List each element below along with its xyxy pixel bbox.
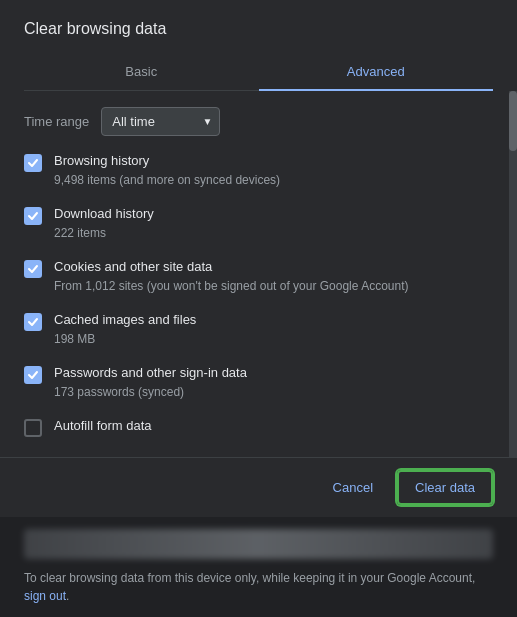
time-range-select-wrapper: All time Last hour Last 24 hours Last 7 … xyxy=(101,107,220,136)
checkbox-checked-icon[interactable] xyxy=(24,154,42,172)
checkbox-unchecked-icon[interactable] xyxy=(24,419,42,437)
dialog-footer: Cancel Clear data xyxy=(0,457,517,517)
checkbox-cached[interactable] xyxy=(24,313,42,331)
browsing-history-sublabel: 9,498 items (and more on synced devices) xyxy=(54,172,280,189)
browsing-history-label: Browsing history xyxy=(54,152,280,170)
download-history-label: Download history xyxy=(54,205,154,223)
dialog-title: Clear browsing data xyxy=(24,20,493,38)
checkbox-autofill[interactable] xyxy=(24,419,42,437)
cookies-text: Cookies and other site data From 1,012 s… xyxy=(54,258,409,295)
cancel-button[interactable]: Cancel xyxy=(317,470,389,505)
tab-basic[interactable]: Basic xyxy=(24,54,259,91)
list-item: Passwords and other sign-in data 173 pas… xyxy=(24,364,499,401)
bottom-text: To clear browsing data from this device … xyxy=(24,569,493,605)
list-item: Browsing history 9,498 items (and more o… xyxy=(24,152,499,189)
list-item: Download history 222 items xyxy=(24,205,499,242)
tabs: Basic Advanced xyxy=(24,54,493,91)
passwords-sublabel: 173 passwords (synced) xyxy=(54,384,247,401)
time-range-row: Time range All time Last hour Last 24 ho… xyxy=(24,107,499,136)
cached-text: Cached images and files 198 MB xyxy=(54,311,196,348)
dialog-body: Time range All time Last hour Last 24 ho… xyxy=(0,91,517,457)
bottom-section: To clear browsing data from this device … xyxy=(0,517,517,617)
passwords-label: Passwords and other sign-in data xyxy=(54,364,247,382)
list-item: Cached images and files 198 MB xyxy=(24,311,499,348)
scrollbar[interactable] xyxy=(509,91,517,457)
checkbox-checked-icon[interactable] xyxy=(24,366,42,384)
checkbox-cookies[interactable] xyxy=(24,260,42,278)
checkbox-download-history[interactable] xyxy=(24,207,42,225)
cookies-sublabel: From 1,012 sites (you won't be signed ou… xyxy=(54,278,409,295)
bottom-text-before-link: To clear browsing data from this device … xyxy=(24,571,475,585)
content-scroll[interactable]: Time range All time Last hour Last 24 ho… xyxy=(0,91,509,457)
cookies-label: Cookies and other site data xyxy=(54,258,409,276)
list-item: Cookies and other site data From 1,012 s… xyxy=(24,258,499,295)
list-item: Autofill form data xyxy=(24,417,499,437)
cached-sublabel: 198 MB xyxy=(54,331,196,348)
time-range-label: Time range xyxy=(24,114,89,129)
checkbox-browsing-history[interactable] xyxy=(24,154,42,172)
download-history-text: Download history 222 items xyxy=(54,205,154,242)
sign-out-link[interactable]: sign out xyxy=(24,589,66,603)
browsing-history-text: Browsing history 9,498 items (and more o… xyxy=(54,152,280,189)
checkbox-checked-icon[interactable] xyxy=(24,260,42,278)
time-range-select[interactable]: All time Last hour Last 24 hours Last 7 … xyxy=(101,107,220,136)
cached-label: Cached images and files xyxy=(54,311,196,329)
scrollbar-thumb[interactable] xyxy=(509,91,517,151)
checkbox-checked-icon[interactable] xyxy=(24,207,42,225)
blurred-content xyxy=(24,529,493,559)
autofill-text: Autofill form data xyxy=(54,417,152,435)
dialog-header: Clear browsing data Basic Advanced xyxy=(0,0,517,91)
clear-data-button[interactable]: Clear data xyxy=(397,470,493,505)
passwords-text: Passwords and other sign-in data 173 pas… xyxy=(54,364,247,401)
download-history-sublabel: 222 items xyxy=(54,225,154,242)
clear-browsing-data-dialog: Clear browsing data Basic Advanced Time … xyxy=(0,0,517,617)
tab-advanced[interactable]: Advanced xyxy=(259,54,494,91)
checkbox-checked-icon[interactable] xyxy=(24,313,42,331)
checkbox-passwords[interactable] xyxy=(24,366,42,384)
bottom-text-after-link: . xyxy=(66,589,69,603)
autofill-label: Autofill form data xyxy=(54,417,152,435)
